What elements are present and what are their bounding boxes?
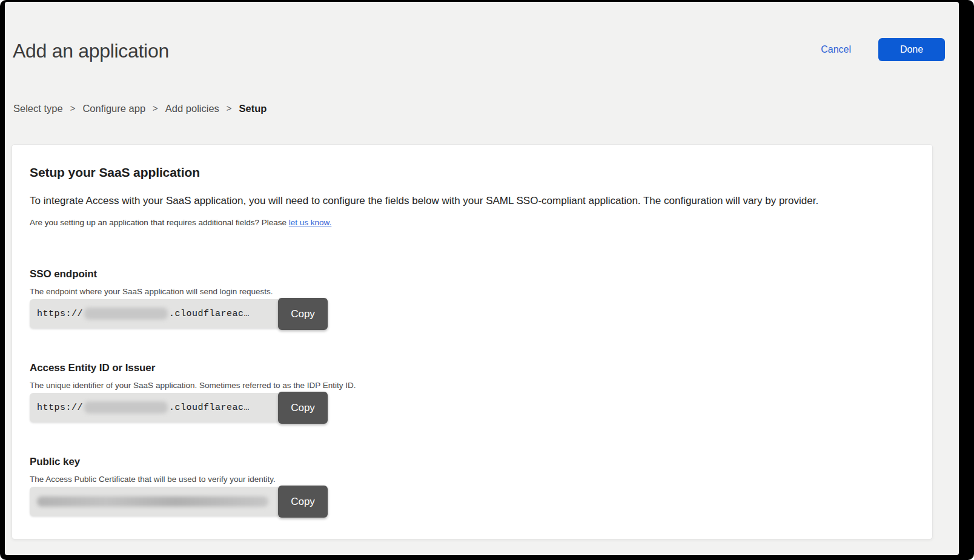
breadcrumb-separator: > — [227, 102, 232, 114]
value-suffix: .cloudflareac… — [169, 403, 250, 413]
breadcrumb-step-add-policies[interactable]: Add policies — [165, 102, 219, 114]
breadcrumb-separator: > — [153, 102, 158, 114]
note-text: Are you setting up an application that r… — [30, 218, 289, 227]
copy-row: https:// .cloudflareac… Copy — [30, 299, 328, 328]
sso-endpoint-value: https:// .cloudflareac… — [30, 299, 278, 328]
screenshot-frame: Add an application Cancel Done Select ty… — [0, 0, 974, 560]
card-title: Setup your SaaS application — [30, 165, 913, 180]
field-description: The unique identifier of your SaaS appli… — [30, 381, 913, 390]
field-group-access-entity-id: Access Entity ID or Issuer The unique id… — [30, 361, 913, 422]
redacted-public-key — [37, 496, 268, 507]
page-title: Add an application — [13, 39, 169, 62]
breadcrumb-step-configure-app[interactable]: Configure app — [82, 102, 145, 114]
header-actions: Cancel Done — [821, 38, 945, 61]
setup-card: Setup your SaaS application To integrate… — [12, 144, 933, 539]
copy-button[interactable]: Copy — [278, 392, 328, 424]
copy-row: Copy — [30, 487, 328, 516]
field-label: Access Entity ID or Issuer — [30, 361, 913, 375]
breadcrumb-separator: > — [70, 102, 76, 114]
page-background: Add an application Cancel Done Select ty… — [5, 2, 959, 555]
copy-row: https:// .cloudflareac… Copy — [30, 393, 328, 422]
cancel-button[interactable]: Cancel — [821, 44, 851, 55]
copy-button[interactable]: Copy — [278, 298, 328, 330]
copy-button[interactable]: Copy — [278, 486, 328, 518]
field-description: The endpoint where your SaaS application… — [30, 287, 913, 297]
value-prefix: https:// — [37, 403, 83, 413]
field-group-public-key: Public key The Access Public Certificate… — [30, 455, 913, 516]
field-description: The Access Public Certificate that will … — [30, 475, 913, 484]
public-key-value — [30, 487, 278, 516]
done-button[interactable]: Done — [878, 38, 945, 61]
value-prefix: https:// — [37, 309, 83, 319]
redacted-team-name — [84, 401, 168, 413]
breadcrumb-step-setup: Setup — [239, 102, 267, 114]
breadcrumb-step-select-type[interactable]: Select type — [13, 102, 63, 114]
field-group-sso-endpoint: SSO endpoint The endpoint where your Saa… — [30, 268, 913, 328]
field-label: SSO endpoint — [30, 268, 913, 281]
page-header: Add an application Cancel Done — [5, 2, 959, 62]
value-suffix: .cloudflareac… — [169, 309, 250, 319]
card-intro-text: To integrate Access with your SaaS appli… — [30, 194, 913, 208]
let-us-know-link[interactable]: let us know. — [289, 218, 332, 227]
breadcrumb: Select type > Configure app > Add polici… — [5, 102, 959, 114]
field-label: Public key — [30, 455, 913, 469]
access-entity-id-value: https:// .cloudflareac… — [30, 393, 278, 422]
card-note: Are you setting up an application that r… — [30, 218, 913, 228]
redacted-team-name — [84, 308, 168, 320]
